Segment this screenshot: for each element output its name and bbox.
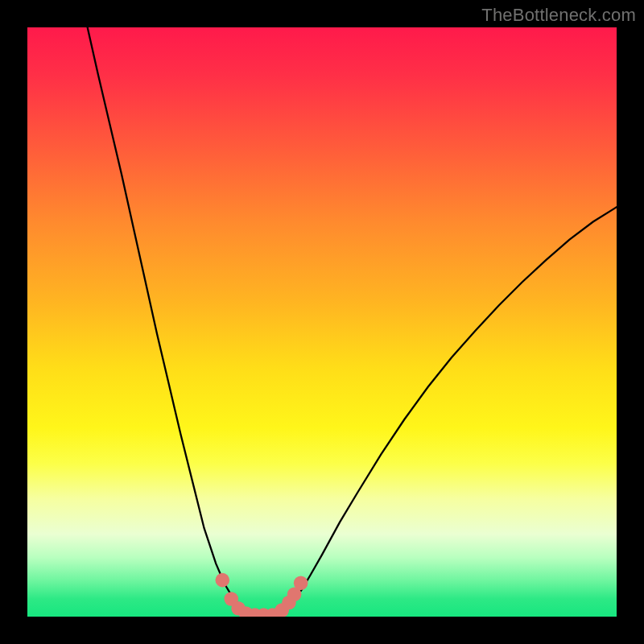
chart-frame: TheBottleneck.com	[0, 0, 644, 644]
data-marker	[294, 576, 308, 590]
chart-svg	[27, 27, 617, 617]
watermark-text: TheBottleneck.com	[481, 5, 636, 26]
right-curve	[278, 207, 617, 615]
data-markers	[215, 573, 308, 617]
left-curve	[88, 27, 252, 615]
plot-area	[27, 27, 617, 617]
data-marker	[215, 573, 229, 588]
